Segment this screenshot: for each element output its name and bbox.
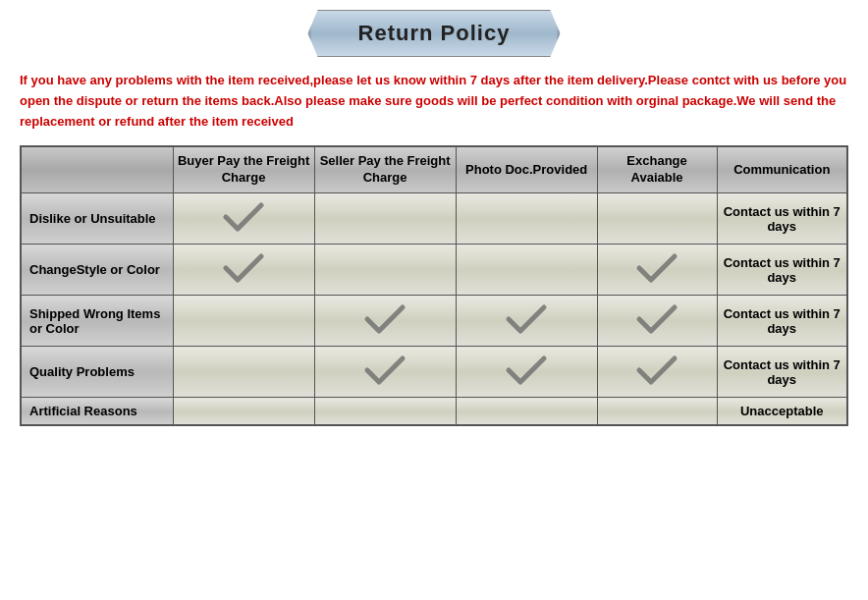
row-label: Shipped Wrong Items or Color	[21, 296, 173, 347]
photo-check	[456, 296, 597, 347]
seller-check	[314, 193, 456, 245]
comm-cell: Contact us within 7 days	[717, 347, 847, 398]
col-header-seller: Seller Pay the Freight Charge	[314, 146, 456, 192]
comm-cell: Unacceptable	[717, 398, 847, 426]
table-row: ChangeStyle or Color Contact us within 7…	[21, 245, 847, 296]
seller-check	[314, 398, 456, 426]
col-header-buyer: Buyer Pay the Freight Charge	[173, 146, 314, 192]
banner-section: Return Policy	[20, 10, 848, 57]
exchange-check	[597, 347, 717, 398]
photo-check	[456, 193, 597, 245]
buyer-check	[173, 245, 314, 296]
comm-cell: Contact us within 7 days	[717, 245, 847, 296]
exchange-check	[597, 296, 717, 347]
banner-title: Return Policy	[358, 21, 511, 45]
row-label: ChangeStyle or Color	[21, 245, 173, 296]
banner: Return Policy	[308, 10, 561, 57]
photo-check	[456, 398, 597, 426]
table-row: Dislike or Unsuitable Contact us within …	[21, 193, 847, 245]
comm-cell: Contact us within 7 days	[717, 296, 847, 347]
table-row: Quality Problems Contact us within 7 day…	[21, 347, 847, 398]
policy-table: Buyer Pay the Freight Charge Seller Pay …	[20, 145, 848, 426]
col-header-label	[21, 146, 173, 192]
buyer-check	[173, 296, 314, 347]
row-label: Quality Problems	[21, 347, 173, 398]
col-header-exchange: Exchange Avaiable	[597, 146, 717, 192]
policy-text: If you have any problems with the item r…	[20, 71, 848, 132]
seller-check	[314, 347, 456, 398]
exchange-check	[597, 245, 717, 296]
photo-check	[456, 245, 597, 296]
comm-cell: Contact us within 7 days	[717, 193, 847, 245]
row-label: Dislike or Unsuitable	[21, 193, 173, 245]
seller-check	[314, 296, 456, 347]
buyer-check	[173, 398, 314, 426]
col-header-photo: Photo Doc.Provided	[456, 146, 597, 192]
exchange-check	[597, 398, 717, 426]
table-row: Shipped Wrong Items or Color Contact us …	[21, 296, 847, 347]
col-header-comm: Communication	[717, 146, 847, 192]
buyer-check	[173, 347, 314, 398]
buyer-check	[173, 193, 314, 245]
table-header-row: Buyer Pay the Freight Charge Seller Pay …	[21, 146, 847, 192]
seller-check	[314, 245, 456, 296]
exchange-check	[597, 193, 717, 245]
photo-check	[456, 347, 597, 398]
table-row: Artificial ReasonsUnacceptable	[21, 398, 847, 426]
row-label: Artificial Reasons	[21, 398, 173, 426]
